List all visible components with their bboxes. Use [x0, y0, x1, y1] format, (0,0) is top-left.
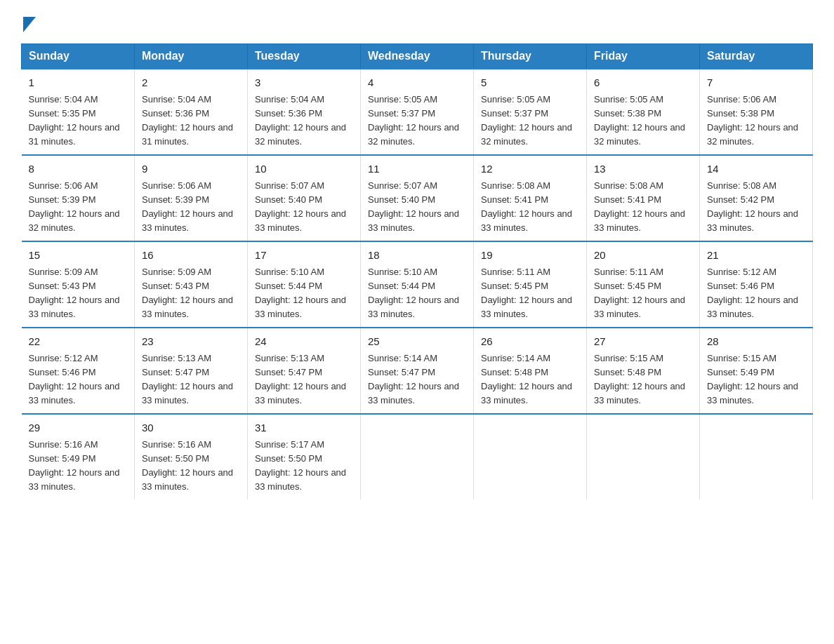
day-number: 31: [255, 420, 353, 436]
header-thursday: Thursday: [474, 44, 587, 69]
day-cell-14: 14Sunrise: 5:08 AMSunset: 5:42 PMDayligh…: [700, 155, 813, 241]
day-cell-10: 10Sunrise: 5:07 AMSunset: 5:40 PMDayligh…: [248, 155, 361, 241]
day-cell-5: 5Sunrise: 5:05 AMSunset: 5:37 PMDaylight…: [474, 69, 587, 155]
day-info: Sunrise: 5:05 AMSunset: 5:37 PMDaylight:…: [368, 93, 466, 149]
day-info: Sunrise: 5:09 AMSunset: 5:43 PMDaylight:…: [142, 265, 240, 322]
day-cell-13: 13Sunrise: 5:08 AMSunset: 5:41 PMDayligh…: [587, 155, 700, 241]
day-cell-8: 8Sunrise: 5:06 AMSunset: 5:39 PMDaylight…: [22, 155, 135, 241]
day-info: Sunrise: 5:14 AMSunset: 5:48 PMDaylight:…: [481, 351, 579, 408]
day-info: Sunrise: 5:12 AMSunset: 5:46 PMDaylight:…: [29, 351, 128, 408]
day-number: 29: [29, 420, 128, 436]
day-info: Sunrise: 5:16 AMSunset: 5:49 PMDaylight:…: [29, 438, 128, 495]
day-cell-19: 19Sunrise: 5:11 AMSunset: 5:45 PMDayligh…: [474, 241, 587, 328]
day-cell-29: 29Sunrise: 5:16 AMSunset: 5:49 PMDayligh…: [22, 414, 135, 499]
empty-cell: [361, 414, 474, 499]
day-number: 17: [255, 248, 353, 264]
header-wednesday: Wednesday: [361, 44, 474, 69]
day-number: 4: [368, 75, 466, 91]
week-row-1: 1Sunrise: 5:04 AMSunset: 5:35 PMDaylight…: [22, 69, 813, 155]
day-number: 15: [29, 248, 128, 264]
day-info: Sunrise: 5:05 AMSunset: 5:38 PMDaylight:…: [594, 93, 692, 149]
day-info: Sunrise: 5:07 AMSunset: 5:40 PMDaylight:…: [255, 179, 353, 236]
day-info: Sunrise: 5:08 AMSunset: 5:42 PMDaylight:…: [707, 179, 805, 236]
day-cell-3: 3Sunrise: 5:04 AMSunset: 5:36 PMDaylight…: [248, 69, 361, 155]
header-friday: Friday: [587, 44, 700, 69]
day-number: 16: [142, 248, 240, 264]
day-info: Sunrise: 5:06 AMSunset: 5:39 PMDaylight:…: [29, 179, 128, 236]
day-info: Sunrise: 5:10 AMSunset: 5:44 PMDaylight:…: [368, 265, 466, 322]
day-info: Sunrise: 5:15 AMSunset: 5:49 PMDaylight:…: [707, 351, 805, 408]
day-cell-6: 6Sunrise: 5:05 AMSunset: 5:38 PMDaylight…: [587, 69, 700, 155]
day-number: 23: [142, 334, 240, 350]
day-cell-15: 15Sunrise: 5:09 AMSunset: 5:43 PMDayligh…: [22, 241, 135, 328]
day-info: Sunrise: 5:15 AMSunset: 5:48 PMDaylight:…: [594, 351, 692, 408]
logo: [21, 14, 36, 29]
day-info: Sunrise: 5:09 AMSunset: 5:43 PMDaylight:…: [29, 265, 128, 322]
day-info: Sunrise: 5:08 AMSunset: 5:41 PMDaylight:…: [481, 179, 579, 236]
empty-cell: [474, 414, 587, 499]
day-number: 22: [29, 334, 128, 350]
day-number: 10: [255, 161, 353, 177]
day-info: Sunrise: 5:04 AMSunset: 5:35 PMDaylight:…: [29, 93, 128, 149]
day-cell-2: 2Sunrise: 5:04 AMSunset: 5:36 PMDaylight…: [135, 69, 248, 155]
week-row-3: 15Sunrise: 5:09 AMSunset: 5:43 PMDayligh…: [22, 241, 813, 328]
day-number: 21: [707, 248, 805, 264]
day-info: Sunrise: 5:06 AMSunset: 5:39 PMDaylight:…: [142, 179, 240, 236]
day-info: Sunrise: 5:16 AMSunset: 5:50 PMDaylight:…: [142, 438, 240, 495]
day-cell-17: 17Sunrise: 5:10 AMSunset: 5:44 PMDayligh…: [248, 241, 361, 328]
day-cell-16: 16Sunrise: 5:09 AMSunset: 5:43 PMDayligh…: [135, 241, 248, 328]
day-info: Sunrise: 5:10 AMSunset: 5:44 PMDaylight:…: [255, 265, 353, 322]
day-cell-11: 11Sunrise: 5:07 AMSunset: 5:40 PMDayligh…: [361, 155, 474, 241]
day-cell-7: 7Sunrise: 5:06 AMSunset: 5:38 PMDaylight…: [700, 69, 813, 155]
day-cell-23: 23Sunrise: 5:13 AMSunset: 5:47 PMDayligh…: [135, 328, 248, 414]
day-number: 24: [255, 334, 353, 350]
week-row-4: 22Sunrise: 5:12 AMSunset: 5:46 PMDayligh…: [22, 328, 813, 414]
day-info: Sunrise: 5:04 AMSunset: 5:36 PMDaylight:…: [142, 93, 240, 149]
day-number: 1: [29, 75, 128, 91]
day-number: 5: [481, 75, 579, 91]
day-info: Sunrise: 5:08 AMSunset: 5:41 PMDaylight:…: [594, 179, 692, 236]
day-number: 3: [255, 75, 353, 91]
week-row-5: 29Sunrise: 5:16 AMSunset: 5:49 PMDayligh…: [22, 414, 813, 499]
day-info: Sunrise: 5:07 AMSunset: 5:40 PMDaylight:…: [368, 179, 466, 236]
day-info: Sunrise: 5:13 AMSunset: 5:47 PMDaylight:…: [255, 351, 353, 408]
day-number: 18: [368, 248, 466, 264]
day-cell-4: 4Sunrise: 5:05 AMSunset: 5:37 PMDaylight…: [361, 69, 474, 155]
day-number: 25: [368, 334, 466, 350]
day-number: 2: [142, 75, 240, 91]
day-info: Sunrise: 5:05 AMSunset: 5:37 PMDaylight:…: [481, 93, 579, 149]
day-number: 12: [481, 161, 579, 177]
day-number: 26: [481, 334, 579, 350]
day-info: Sunrise: 5:06 AMSunset: 5:38 PMDaylight:…: [707, 93, 805, 149]
week-row-2: 8Sunrise: 5:06 AMSunset: 5:39 PMDaylight…: [22, 155, 813, 241]
day-cell-31: 31Sunrise: 5:17 AMSunset: 5:50 PMDayligh…: [248, 414, 361, 499]
day-number: 11: [368, 161, 466, 177]
day-info: Sunrise: 5:04 AMSunset: 5:36 PMDaylight:…: [255, 93, 353, 149]
header-sunday: Sunday: [22, 44, 135, 69]
day-number: 27: [594, 334, 692, 350]
day-info: Sunrise: 5:14 AMSunset: 5:47 PMDaylight:…: [368, 351, 466, 408]
day-number: 7: [707, 75, 805, 91]
header-tuesday: Tuesday: [248, 44, 361, 69]
day-cell-26: 26Sunrise: 5:14 AMSunset: 5:48 PMDayligh…: [474, 328, 587, 414]
day-number: 30: [142, 420, 240, 436]
day-cell-18: 18Sunrise: 5:10 AMSunset: 5:44 PMDayligh…: [361, 241, 474, 328]
day-number: 8: [29, 161, 128, 177]
day-info: Sunrise: 5:17 AMSunset: 5:50 PMDaylight:…: [255, 438, 353, 495]
calendar-table: SundayMondayTuesdayWednesdayThursdayFrid…: [21, 43, 813, 499]
empty-cell: [700, 414, 813, 499]
day-cell-30: 30Sunrise: 5:16 AMSunset: 5:50 PMDayligh…: [135, 414, 248, 499]
day-number: 19: [481, 248, 579, 264]
day-cell-1: 1Sunrise: 5:04 AMSunset: 5:35 PMDaylight…: [22, 69, 135, 155]
day-number: 14: [707, 161, 805, 177]
day-number: 9: [142, 161, 240, 177]
day-info: Sunrise: 5:11 AMSunset: 5:45 PMDaylight:…: [481, 265, 579, 322]
day-cell-24: 24Sunrise: 5:13 AMSunset: 5:47 PMDayligh…: [248, 328, 361, 414]
day-cell-9: 9Sunrise: 5:06 AMSunset: 5:39 PMDaylight…: [135, 155, 248, 241]
header-monday: Monday: [135, 44, 248, 69]
day-cell-20: 20Sunrise: 5:11 AMSunset: 5:45 PMDayligh…: [587, 241, 700, 328]
day-info: Sunrise: 5:11 AMSunset: 5:45 PMDaylight:…: [594, 265, 692, 322]
day-cell-21: 21Sunrise: 5:12 AMSunset: 5:46 PMDayligh…: [700, 241, 813, 328]
logo-triangle-icon: [23, 17, 36, 32]
day-info: Sunrise: 5:13 AMSunset: 5:47 PMDaylight:…: [142, 351, 240, 408]
